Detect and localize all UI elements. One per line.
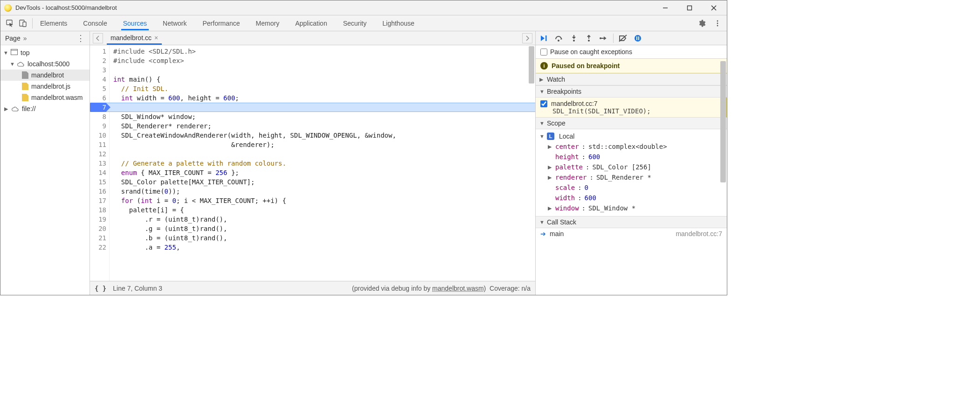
sidebar-panel-label[interactable]: Page	[5, 35, 21, 42]
settings-gear-icon[interactable]	[695, 17, 708, 30]
line-number[interactable]: 19	[90, 215, 106, 224]
scrollbar-thumb[interactable]	[720, 61, 726, 182]
scope-variable[interactable]: height: 600	[539, 152, 724, 162]
line-number-gutter[interactable]: 12345678910111213141516171819202122	[90, 45, 110, 281]
line-number[interactable]: 17	[90, 196, 106, 205]
resume-button[interactable]	[538, 33, 550, 44]
line-number[interactable]: 9	[90, 121, 106, 131]
tab-security[interactable]: Security	[341, 16, 369, 30]
breakpoint-item[interactable]: mandelbrot.cc:7 SDL_Init(SDL_INIT_VIDEO)…	[536, 98, 727, 117]
close-tab-icon[interactable]: ×	[154, 34, 158, 42]
code-line[interactable]: .b = (uint8_t)rand(),	[113, 233, 531, 243]
editor-scrollbar[interactable]	[528, 45, 535, 281]
scope-variable[interactable]: ▶renderer: SDL_Renderer *	[539, 172, 724, 182]
inspect-element-icon[interactable]	[3, 17, 16, 30]
code-line[interactable]: SDL_Color palette[MAX_ITER_COUNT];	[113, 177, 531, 187]
code-line[interactable]: srand(time(0));	[113, 187, 531, 196]
code-line[interactable]: enum { MAX_ITER_COUNT = 256 };	[113, 168, 531, 177]
code-line[interactable]: // Init SDL.	[113, 84, 531, 93]
line-number[interactable]: 2	[90, 56, 106, 65]
line-number[interactable]: 10	[90, 131, 106, 140]
more-menu-icon[interactable]	[711, 17, 724, 30]
tree-file-mandelbrot-js[interactable]: mandelbrot.js	[0, 81, 90, 92]
device-toolbar-icon[interactable]	[16, 17, 29, 30]
code-line[interactable]	[113, 65, 531, 75]
code-line[interactable]: .g = (uint8_t)rand(),	[113, 224, 531, 233]
editor-tab-mandelbrot-cc[interactable]: mandelbrot.cc ×	[107, 32, 162, 45]
tab-performance[interactable]: Performance	[200, 16, 242, 30]
scope-variable[interactable]: width: 600	[539, 193, 724, 203]
scope-local-row[interactable]: ▼L Local	[539, 131, 724, 141]
tab-application[interactable]: Application	[293, 16, 329, 30]
line-number[interactable]: 5	[90, 84, 106, 93]
debug-info-link[interactable]: mandelbrot.wasm	[432, 285, 484, 292]
maximize-button[interactable]	[683, 2, 696, 14]
tree-file-mandelbrot-wasm[interactable]: mandelbrot.wasm	[0, 92, 90, 103]
step-over-button[interactable]	[553, 33, 565, 44]
line-number[interactable]: 12	[90, 149, 106, 159]
scope-section-header[interactable]: ▼Scope	[536, 117, 727, 129]
code-editor[interactable]: 12345678910111213141516171819202122 #inc…	[90, 45, 535, 281]
tree-file-origin[interactable]: ▶ file://	[0, 103, 90, 114]
tab-network[interactable]: Network	[161, 16, 188, 30]
editor-nav-back-icon[interactable]	[93, 33, 103, 43]
deactivate-breakpoints-button[interactable]	[617, 33, 628, 44]
step-out-button[interactable]	[583, 33, 594, 44]
code-line[interactable]: #include <complex>	[113, 56, 531, 65]
code-line[interactable]: for (int i = 0; i < MAX_ITER_COUNT; ++i)…	[113, 196, 531, 205]
tab-lighthouse[interactable]: Lighthouse	[380, 16, 416, 30]
pause-on-exceptions-button[interactable]	[632, 33, 643, 44]
line-number[interactable]: 7	[90, 103, 106, 112]
code-line[interactable]: .a = 255,	[113, 243, 531, 252]
code-line[interactable]: int width = 600, height = 600;	[113, 93, 531, 103]
tree-file-mandelbrot[interactable]: mandelbrot	[0, 70, 90, 81]
editor-nav-forward-icon[interactable]	[522, 33, 532, 43]
breakpoints-section-header[interactable]: ▼Breakpoints	[536, 85, 727, 98]
line-number[interactable]: 3	[90, 65, 106, 75]
line-number[interactable]: 4	[90, 75, 106, 84]
tab-console[interactable]: Console	[81, 16, 109, 30]
code-line[interactable]: // Generate a palette with random colour…	[113, 159, 531, 168]
callstack-frame[interactable]: ➔ main mandelbrot.cc:7	[536, 228, 727, 239]
step-into-button[interactable]	[568, 33, 580, 44]
scope-variable[interactable]: scale: 0	[539, 182, 724, 193]
code-line[interactable]: &renderer);	[113, 140, 531, 149]
line-number[interactable]: 20	[90, 224, 106, 233]
code-line[interactable]: #include <SDL2/SDL.h>	[113, 47, 531, 56]
line-number[interactable]: 14	[90, 168, 106, 177]
pause-caught-exceptions-row[interactable]: Pause on caught exceptions	[536, 45, 727, 58]
code-line[interactable]: .r = (uint8_t)rand(),	[113, 215, 531, 224]
line-number[interactable]: 1	[90, 47, 106, 56]
chevron-right-icon[interactable]: »	[23, 35, 27, 42]
step-button[interactable]	[598, 33, 609, 44]
tab-memory[interactable]: Memory	[254, 16, 282, 30]
code-line[interactable]: palette[i] = {	[113, 205, 531, 215]
line-number[interactable]: 22	[90, 243, 106, 252]
line-number[interactable]: 21	[90, 233, 106, 243]
tab-sources[interactable]: Sources	[121, 16, 149, 30]
code-content[interactable]: #include <SDL2/SDL.h>#include <complex>i…	[110, 45, 535, 281]
code-line[interactable]: SDL_Init(SDL_INIT_VIDEO);	[113, 103, 531, 112]
line-number[interactable]: 15	[90, 177, 106, 187]
watch-section-header[interactable]: ▶Watch	[536, 73, 727, 85]
tab-elements[interactable]: Elements	[38, 16, 69, 30]
pause-caught-checkbox[interactable]	[540, 49, 547, 56]
line-number[interactable]: 18	[90, 205, 106, 215]
code-line[interactable]: int main() {	[113, 75, 531, 84]
scope-variable[interactable]: ▶palette: SDL_Color [256]	[539, 162, 724, 172]
code-line[interactable]: SDL_CreateWindowAndRenderer(width, heigh…	[113, 131, 531, 140]
line-number[interactable]: 8	[90, 112, 106, 121]
line-number[interactable]: 6	[90, 93, 106, 103]
scrollbar-thumb[interactable]	[529, 46, 534, 84]
scope-variable[interactable]: ▶center: std::complex<double>	[539, 141, 724, 152]
code-line[interactable]: SDL_Window* window;	[113, 112, 531, 121]
pretty-print-icon[interactable]: { }	[95, 285, 106, 292]
sidebar-more-icon[interactable]: ⋮	[76, 33, 85, 43]
minimize-button[interactable]	[659, 2, 672, 14]
tree-origin[interactable]: ▼ localhost:5000	[0, 58, 90, 70]
line-number[interactable]: 16	[90, 187, 106, 196]
code-line[interactable]	[113, 149, 531, 159]
close-button[interactable]	[707, 2, 720, 14]
scope-variable[interactable]: ▶window: SDL_Window *	[539, 203, 724, 213]
line-number[interactable]: 13	[90, 159, 106, 168]
